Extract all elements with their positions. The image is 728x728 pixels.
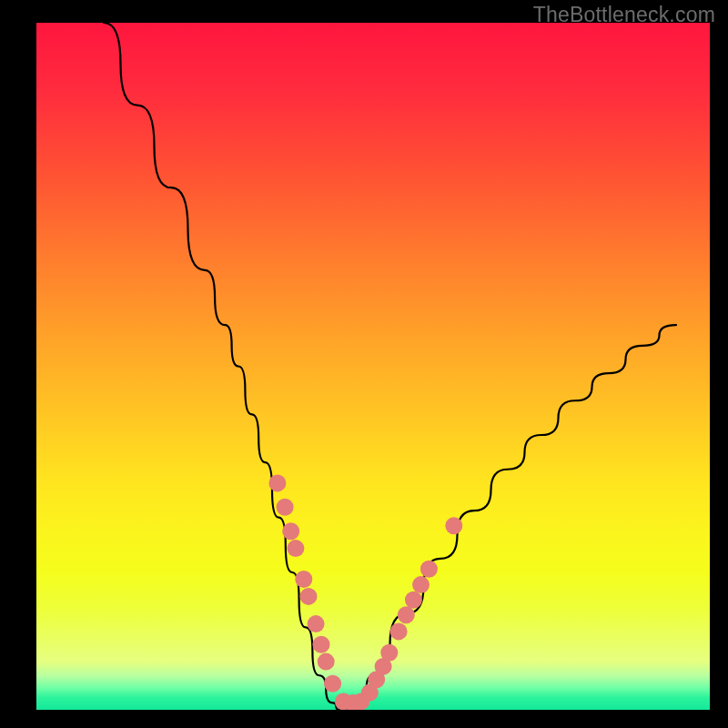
outer-frame: TheBottleneck.com [0, 0, 728, 728]
bottleneck-curve [104, 23, 676, 710]
curve-marker [268, 474, 286, 491]
curve-marker [405, 592, 422, 609]
curve-marker [420, 561, 438, 578]
curve-marker [295, 571, 312, 588]
curve-marker [287, 540, 304, 557]
curve-marker [412, 576, 430, 593]
curve-marker [277, 499, 294, 516]
plot-area [36, 23, 710, 710]
chart-svg [36, 23, 710, 710]
curve-marker [380, 644, 398, 662]
curve-marker [390, 622, 408, 640]
curve-marker [398, 606, 415, 623]
curve-marker [313, 636, 330, 653]
curve-markers [268, 474, 462, 710]
curve-marker [308, 615, 325, 632]
curve-marker [318, 653, 335, 671]
curve-marker [282, 522, 299, 540]
curve-marker [300, 588, 318, 605]
curve-marker [445, 517, 462, 534]
curve-marker [324, 675, 341, 693]
